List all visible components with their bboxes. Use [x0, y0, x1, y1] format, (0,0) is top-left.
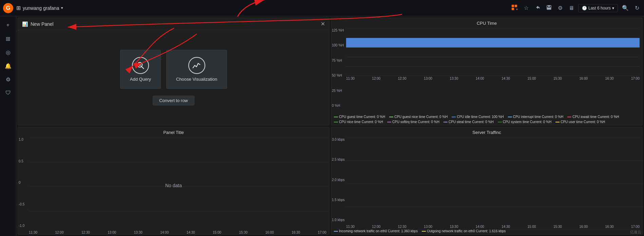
sidebar-item-alerting[interactable]: 🔔 — [2, 60, 14, 72]
traffic-y-2: 2.0 kbps — [332, 178, 345, 182]
watermark: 亿速云 — [630, 230, 641, 235]
legend-dot-softirq — [387, 122, 391, 122]
legend-guest: CPU guest time Current: 0 %H — [334, 115, 385, 119]
add-panel-button[interactable]: + — [509, 2, 520, 14]
lower-x-1: 12:00 — [55, 231, 63, 234]
sidebar-item-configuration[interactable]: ⚙ — [2, 73, 14, 85]
cpu-x-7: 15:00 — [528, 77, 536, 80]
add-query-icon — [132, 57, 149, 74]
lower-y-4: -1.0 — [19, 224, 24, 228]
legend-dot-idle — [452, 117, 456, 117]
svg-rect-9 — [547, 7, 551, 9]
legend-dot-guest — [334, 117, 338, 117]
svg-rect-3 — [512, 5, 514, 7]
legend-dot-nice — [334, 122, 338, 122]
lower-x-9: 16:00 — [265, 231, 274, 234]
bell-icon: 🔔 — [5, 63, 12, 69]
cpu-y-label-3: 50 %H — [332, 74, 344, 77]
traffic-x-1: 12:00 — [372, 225, 380, 229]
refresh-button[interactable]: ↻ — [633, 3, 641, 13]
dashboard-title-text: yunwang grafana — [23, 5, 59, 11]
close-panel-button[interactable]: ✕ — [321, 21, 325, 27]
gear-icon: ⚙ — [6, 76, 11, 83]
traffic-chart — [346, 138, 643, 230]
sidebar-item-dashboards[interactable]: ⊞ — [2, 33, 14, 45]
traffic-x-5: 14:00 — [476, 225, 484, 229]
time-range-button[interactable]: 🕐 Last 6 hours ▾ — [578, 4, 618, 12]
dashboard-title[interactable]: ⊞ yunwang grafana ▾ — [16, 5, 63, 11]
svg-line-12 — [141, 66, 144, 69]
legend-dot-outgoing — [422, 231, 426, 232]
choose-visualization-button[interactable]: Choose Visualization — [166, 50, 227, 89]
lower-y-0: 1.0 — [19, 138, 24, 141]
cpu-x-6: 14:30 — [501, 77, 510, 80]
zoom-out-button[interactable]: 🔍 — [620, 3, 631, 13]
save-button[interactable] — [544, 3, 554, 13]
cpu-x-1: 12:00 — [372, 77, 380, 80]
lower-y-2: 0 — [19, 181, 24, 184]
add-query-button[interactable]: Add Query — [120, 50, 161, 89]
traffic-x-7: 15:00 — [528, 225, 536, 229]
legend-iowait: CPU iowait time Current: 0 %H — [567, 115, 619, 119]
panel-title-label: Panel Title — [18, 127, 329, 136]
convert-to-row-button[interactable]: Convert to row — [153, 96, 194, 105]
cpu-x-9: 16:00 — [579, 77, 588, 80]
share-button[interactable] — [533, 3, 542, 13]
legend-dot-iowait — [567, 117, 571, 117]
tv-button[interactable]: 🖥 — [567, 3, 576, 13]
lower-x-10: 16:30 — [291, 231, 300, 234]
lower-y-1: 0.5 — [19, 159, 24, 163]
lower-x-7: 15:00 — [213, 231, 221, 234]
cpu-panel-title: CPU Time — [331, 18, 642, 27]
legend-dot-system — [498, 122, 502, 122]
legend-dot-steal — [443, 122, 448, 122]
traffic-x-2: 12:30 — [398, 225, 406, 229]
legend-interrupt: CPU interrupt time Current: 0 %H — [508, 115, 563, 119]
lower-x-5: 14:00 — [160, 231, 169, 234]
explore-icon: ◎ — [6, 49, 11, 56]
legend-dot-interrupt — [508, 117, 512, 117]
traffic-x-9: 16:00 — [579, 225, 588, 229]
grafana-logo[interactable]: G — [3, 3, 14, 14]
traffic-x-0: 11:30 — [346, 225, 355, 229]
svg-rect-4 — [515, 5, 517, 7]
sidebar-item-admin[interactable]: 🛡 — [2, 87, 14, 99]
legend-dot-user — [555, 122, 560, 122]
no-data-text: No data — [165, 183, 182, 188]
lower-x-8: 15:30 — [239, 231, 248, 234]
plus-icon: + — [6, 22, 10, 28]
panel-title-panel: Panel Title 1.0 0.5 0 -0.5 -1.0 No data — [18, 127, 329, 235]
cpu-x-8: 15:30 — [553, 77, 562, 80]
left-sidebar: + ⊞ ◎ 🔔 ⚙ 🛡 — [0, 16, 16, 236]
settings-button[interactable]: ⚙ — [556, 3, 565, 13]
new-panel-header: 📊 New Panel ✕ — [18, 18, 329, 30]
legend-nice: CPU nice time Current: 0 %H — [334, 120, 383, 124]
time-range-label: Last 6 hours — [588, 6, 611, 11]
lower-x-0: 11:30 — [29, 231, 37, 234]
new-panel-body: Add Query Choose Visualization Convert t… — [18, 30, 329, 125]
svg-rect-5 — [512, 8, 514, 10]
legend-steal: CPU steal time Current: 0 %H — [443, 120, 494, 124]
cpu-legend: CPU guest time Current: 0 %H CPU guest n… — [331, 114, 642, 125]
traffic-x-6: 14:30 — [501, 225, 510, 229]
cpu-x-5: 14:00 — [476, 77, 484, 80]
traffic-x-4: 13:30 — [450, 225, 458, 229]
legend-dot-guest-nice — [389, 117, 393, 117]
top-header: G ⊞ yunwang grafana ▾ + ☆ — [0, 0, 644, 16]
sidebar-item-create[interactable]: + — [2, 19, 14, 31]
cpu-y-label-0: 125 %H — [332, 28, 344, 32]
svg-text:G: G — [6, 5, 10, 11]
cpu-x-3: 13:00 — [424, 77, 432, 80]
legend-softirq: CPU softirq time Current: 0 %H — [387, 120, 439, 124]
add-query-label: Add Query — [130, 77, 151, 82]
lower-x-3: 13:00 — [108, 231, 116, 234]
choose-viz-icon — [188, 57, 205, 74]
cpu-x-10: 16:30 — [605, 77, 614, 80]
lower-x-6: 14:30 — [187, 231, 195, 234]
cpu-y-label-2: 75 %H — [332, 59, 344, 62]
sidebar-item-explore[interactable]: ◎ — [2, 46, 14, 58]
traffic-y-0: 3.0 kbps — [332, 138, 345, 141]
cpu-x-11: 17:00 — [631, 77, 640, 80]
star-button[interactable]: ☆ — [522, 3, 531, 13]
choose-visualization-label: Choose Visualization — [176, 77, 217, 82]
